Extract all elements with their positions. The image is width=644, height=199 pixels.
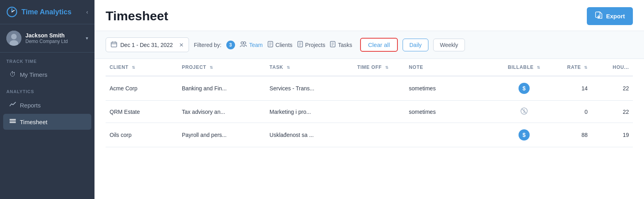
table-header: Client ⇅ Project ⇅ Task ⇅ Time Off ⇅ bbox=[106, 59, 633, 76]
cell-note bbox=[405, 123, 498, 147]
timesheet-table-container: Client ⇅ Project ⇅ Task ⇅ Time Off ⇅ bbox=[94, 59, 644, 199]
cell-rate: 14 bbox=[550, 76, 592, 101]
billable-no-icon: $ bbox=[520, 107, 528, 115]
export-icon bbox=[595, 11, 603, 21]
avatar-image bbox=[6, 31, 21, 46]
export-button[interactable]: Export bbox=[587, 7, 633, 25]
cell-task: Services - Trans... bbox=[266, 76, 353, 101]
view-weekly-button[interactable]: Weekly bbox=[433, 39, 465, 51]
svg-rect-8 bbox=[111, 42, 117, 47]
page-title: Timesheet bbox=[106, 9, 168, 23]
filter-bar: Dec 1 - Dec 31, 2022 ✕ Filtered by: 3 Te… bbox=[94, 31, 644, 59]
filter-projects[interactable]: Projects bbox=[297, 41, 326, 49]
user-chevron-icon: ▾ bbox=[86, 35, 88, 41]
cell-task: Usklađenost sa ... bbox=[266, 123, 353, 147]
sidebar-collapse-button[interactable]: ‹ bbox=[86, 9, 88, 15]
sidebar-user[interactable]: Jackson Smith Demo Company Ltd ▾ bbox=[0, 24, 94, 53]
tasks-filter-icon bbox=[330, 41, 335, 49]
export-label: Export bbox=[606, 13, 625, 20]
filter-tasks[interactable]: Tasks bbox=[330, 41, 352, 49]
timesheet-icon bbox=[10, 118, 16, 126]
sidebar-item-timesheet[interactable]: Timesheet bbox=[3, 114, 91, 130]
col-header-rate[interactable]: Rate ⇅ bbox=[550, 59, 592, 76]
filter-team[interactable]: Team bbox=[240, 41, 263, 49]
main-header: Timesheet Export bbox=[94, 0, 644, 31]
sidebar-section-analytics: Analytics Reports Timesheet bbox=[0, 83, 94, 131]
cell-timeoff bbox=[353, 101, 405, 123]
date-range-picker[interactable]: Dec 1 - Dec 31, 2022 ✕ bbox=[106, 37, 189, 52]
cell-billable: $ bbox=[498, 123, 550, 147]
cell-project: Banking and Fin... bbox=[178, 76, 266, 101]
cell-hours: 22 bbox=[592, 76, 633, 101]
team-filter-icon bbox=[240, 41, 247, 49]
cell-timeoff bbox=[353, 76, 405, 101]
task-sort-icon: ⇅ bbox=[287, 65, 290, 70]
timeoff-sort-icon: ⇅ bbox=[385, 65, 389, 70]
clients-filter-icon bbox=[268, 41, 273, 49]
cell-billable: $ bbox=[498, 101, 550, 123]
col-header-project[interactable]: Project ⇅ bbox=[178, 59, 266, 76]
reports-icon bbox=[10, 101, 16, 109]
filter-clients[interactable]: Clients bbox=[268, 41, 293, 49]
client-sort-icon: ⇅ bbox=[132, 65, 135, 70]
filter-clients-label: Clients bbox=[276, 42, 293, 48]
col-header-note[interactable]: Note bbox=[405, 59, 498, 76]
svg-text:$: $ bbox=[523, 109, 525, 113]
calendar-icon bbox=[111, 41, 117, 49]
sidebar-logo: Time Analytics bbox=[6, 6, 71, 18]
filter-projects-label: Projects bbox=[305, 42, 326, 48]
cell-note: sometimes bbox=[405, 101, 498, 123]
cell-project: Payroll and pers... bbox=[178, 123, 266, 147]
filter-tasks-label: Tasks bbox=[338, 42, 352, 48]
col-header-task[interactable]: Task ⇅ bbox=[266, 59, 353, 76]
sidebar-item-reports[interactable]: Reports bbox=[3, 97, 91, 113]
billable-sort-icon: ⇅ bbox=[537, 65, 540, 70]
table-row: Oils corp Payroll and pers... Usklađenos… bbox=[106, 123, 633, 147]
sidebar: Time Analytics ‹ Jackson Smith Demo Comp… bbox=[0, 0, 94, 199]
cell-project: Tax advisory an... bbox=[178, 101, 266, 123]
cell-timeoff bbox=[353, 123, 405, 147]
sidebar-header: Time Analytics ‹ bbox=[0, 0, 94, 24]
cell-hours: 22 bbox=[592, 101, 633, 123]
table-row: Acme Corp Banking and Fin... Services - … bbox=[106, 76, 633, 101]
user-info: Jackson Smith Demo Company Ltd bbox=[25, 32, 82, 44]
col-header-billable[interactable]: Billable ⇅ bbox=[498, 59, 550, 76]
avatar bbox=[6, 31, 21, 46]
timer-icon: ⏱ bbox=[10, 71, 16, 78]
cell-client: QRM Estate bbox=[106, 101, 178, 123]
table-row: QRM Estate Tax advisory an... Marketing … bbox=[106, 101, 633, 123]
col-header-hours[interactable]: Hou... bbox=[592, 59, 633, 76]
filter-team-label: Team bbox=[249, 42, 263, 48]
rate-sort-icon: ⇅ bbox=[584, 65, 588, 70]
section-label-track-time: Track Time bbox=[0, 53, 94, 66]
main-content: Timesheet Export Dec 1 - Dec 31, 2022 ✕ … bbox=[94, 0, 644, 199]
cell-rate: 0 bbox=[550, 101, 592, 123]
sidebar-item-label-reports: Reports bbox=[20, 102, 41, 109]
projects-filter-icon bbox=[297, 41, 303, 49]
billable-yes-icon: $ bbox=[519, 129, 530, 140]
cell-client: Oils corp bbox=[106, 123, 178, 147]
table-body: Acme Corp Banking and Fin... Services - … bbox=[106, 76, 633, 147]
view-daily-button[interactable]: Daily bbox=[403, 39, 428, 51]
cell-billable: $ bbox=[498, 76, 550, 101]
logo-icon bbox=[6, 6, 17, 18]
sidebar-title: Time Analytics bbox=[21, 8, 71, 16]
col-header-client[interactable]: Client ⇅ bbox=[106, 59, 178, 76]
cell-note: sometimes bbox=[405, 76, 498, 101]
timesheet-table: Client ⇅ Project ⇅ Task ⇅ Time Off ⇅ bbox=[106, 59, 633, 147]
billable-yes-icon: $ bbox=[519, 83, 530, 94]
sidebar-item-label-timesheet: Timesheet bbox=[20, 119, 47, 125]
user-name: Jackson Smith bbox=[25, 32, 82, 39]
svg-point-13 bbox=[243, 42, 246, 44]
project-sort-icon: ⇅ bbox=[210, 65, 213, 70]
cell-hours: 19 bbox=[592, 123, 633, 147]
sidebar-item-label-my-timers: My Timers bbox=[20, 71, 47, 78]
date-range-value: Dec 1 - Dec 31, 2022 bbox=[120, 42, 173, 48]
cell-task: Marketing i pro... bbox=[266, 101, 353, 123]
sidebar-item-my-timers[interactable]: ⏱ My Timers bbox=[3, 67, 91, 82]
col-header-timeoff[interactable]: Time Off ⇅ bbox=[353, 59, 405, 76]
date-clear-icon[interactable]: ✕ bbox=[179, 42, 184, 48]
section-label-analytics: Analytics bbox=[0, 83, 94, 96]
cell-rate: 88 bbox=[550, 123, 592, 147]
clear-all-button[interactable]: Clear all bbox=[360, 38, 398, 52]
